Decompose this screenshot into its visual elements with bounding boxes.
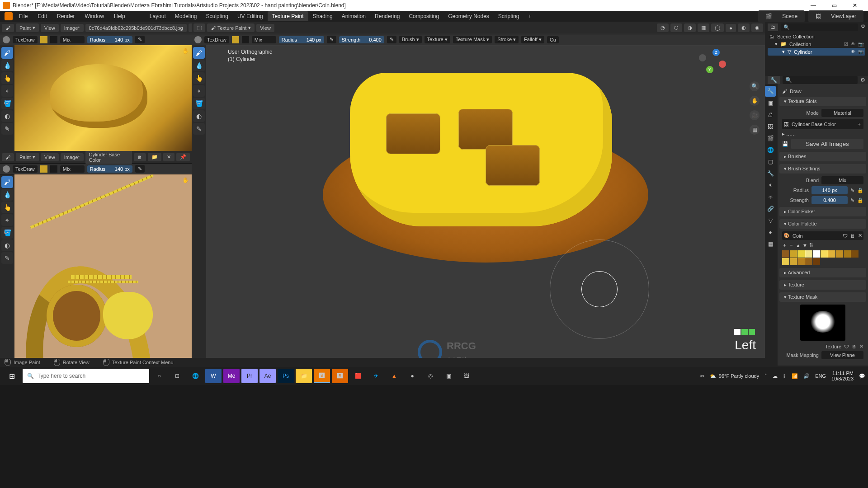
tab-modeling[interactable]: Modeling (170, 11, 202, 21)
palette-swatch[interactable] (790, 258, 797, 265)
palette-up-icon[interactable]: ▲ (796, 243, 801, 248)
uvimg-mode[interactable]: Paint ▾ (16, 153, 39, 161)
vp-tool-clone[interactable]: ⌖ (193, 85, 205, 97)
vp-tool-draw[interactable]: 🖌 (193, 47, 205, 59)
refimg-canvas[interactable]: ✋ (14, 45, 192, 151)
uvimg-editor-type[interactable]: 🖌 (2, 153, 14, 161)
viewport-mode[interactable]: 🖌 Texture Paint ▾ (207, 23, 255, 32)
uvimg-color-secondary[interactable] (50, 165, 57, 173)
uvimg-brush[interactable]: TexDraw (13, 165, 38, 173)
refimg-brush[interactable]: TexDraw (13, 36, 38, 43)
texture-mask-preview[interactable] (800, 305, 845, 341)
task-taskview-icon[interactable]: ⊡ (169, 369, 185, 383)
refimg-pressure-icon[interactable]: ✎ (135, 36, 145, 43)
nav-persp-icon[interactable]: ▦ (750, 125, 760, 135)
texture-header[interactable]: Texture (779, 280, 866, 290)
nav-pan-icon[interactable]: ✋ (750, 96, 760, 106)
task-generic3-icon[interactable]: ▣ (440, 369, 457, 383)
palette-new-icon[interactable]: 🗎 (850, 233, 855, 239)
eye-icon[interactable]: 👁 (851, 42, 855, 47)
uvimg-canvas[interactable]: ✋ (14, 174, 192, 358)
uv-tool-smear[interactable]: 👆 (1, 202, 13, 213)
slot-mode-select[interactable]: Material (821, 109, 863, 117)
outliner-filter-icon[interactable]: ⚙ (861, 23, 865, 31)
tray-notifications-icon[interactable]: 💬 (859, 373, 865, 379)
refimg-pan-icon[interactable]: ✋ (182, 48, 189, 54)
vp-texmask-menu[interactable]: Texture Mask ▾ (453, 36, 492, 43)
uvimg-new-icon[interactable]: 🗎 (134, 153, 146, 161)
viewport-overlays2-icon[interactable]: ◑ (684, 23, 696, 32)
window-minimize[interactable]: — (803, 0, 824, 11)
menu-edit[interactable]: Edit (34, 11, 51, 21)
taskbar-clock[interactable]: 11:11 PM 10/8/2023 (831, 371, 854, 381)
viewport-overlay-icon[interactable]: ◔ (657, 23, 669, 32)
axis-z-icon[interactable]: Z (712, 49, 720, 56)
task-vlc-icon[interactable]: ▲ (386, 369, 402, 383)
tab-geometry-nodes[interactable]: Geometry Nodes (443, 11, 494, 21)
vp-radius[interactable]: Radius140 px (279, 36, 324, 43)
uv-tool-draw[interactable]: 🖌 (1, 176, 13, 188)
palette-swatch[interactable] (813, 258, 820, 265)
advanced-header[interactable]: Advanced (779, 268, 866, 277)
task-cortana-icon[interactable]: ○ (151, 369, 167, 383)
strength-pressure-icon[interactable]: ✎ (850, 197, 854, 203)
proptab-render-icon[interactable]: ▣ (765, 98, 776, 108)
tool-soften[interactable]: 💧 (1, 60, 13, 71)
task-chrome-icon[interactable]: 🌐 (187, 369, 203, 383)
mask-mapping-select[interactable]: View Plane (821, 351, 863, 359)
radius-pressure-icon[interactable]: ✎ (850, 188, 854, 193)
brushes-header[interactable]: Brushes (779, 152, 866, 161)
palette-swatch[interactable] (797, 250, 805, 258)
task-shortcut-icon[interactable]: ✂ (700, 373, 704, 379)
vp-tool-annotate[interactable]: ✎ (193, 123, 205, 135)
uvimg-pan-icon[interactable]: ✋ (182, 177, 189, 183)
axis-x-icon[interactable] (719, 61, 726, 68)
palette-swatch[interactable] (851, 250, 859, 258)
palette-down-icon[interactable]: ▼ (802, 243, 807, 248)
vp-stroke-menu[interactable]: Stroke ▾ (495, 36, 519, 43)
tab-texture-paint[interactable]: Texture Paint (268, 11, 308, 21)
nav-camera-icon[interactable]: 🎥 (750, 110, 760, 120)
radius-lock-icon[interactable]: 🔒 (857, 188, 863, 193)
outliner-collection[interactable]: ▾📁 Collection ☑👁📷 (768, 40, 865, 48)
proptab-world-icon[interactable]: 🌐 (765, 145, 776, 155)
refimg-mode[interactable]: Paint ▾ (16, 23, 39, 32)
palette-swatch[interactable] (844, 250, 851, 258)
tab-rendering[interactable]: Rendering (370, 11, 404, 21)
task-premiere-icon[interactable]: Pr (241, 369, 258, 383)
palette-swatch[interactable] (828, 250, 835, 258)
tray-lang[interactable]: ENG (815, 373, 826, 379)
color-palette[interactable] (782, 250, 863, 265)
uvimg-brush-icon[interactable] (3, 165, 10, 173)
uv-tool-annotate[interactable]: ✎ (1, 252, 13, 264)
color-palette-header[interactable]: Color Palette (779, 219, 866, 229)
viewport-view[interactable]: View (256, 24, 274, 32)
proptab-material-icon[interactable]: ● (765, 227, 776, 238)
palette-sort-icon[interactable]: ⇅ (809, 242, 813, 248)
texture-slots-header[interactable]: Texture Slots (779, 97, 866, 106)
tool-mask[interactable]: ◐ (1, 110, 13, 122)
slot-add-icon[interactable]: ＋ (857, 121, 862, 127)
task-word-icon[interactable]: W (205, 369, 222, 383)
vp-brush-icon[interactable] (194, 36, 202, 43)
task-blender-icon[interactable]: 🅱 (314, 369, 330, 383)
uvimg-pin-icon[interactable]: 📌 (176, 153, 190, 161)
refimg-radius[interactable]: Radius140 px (87, 36, 132, 43)
outliner-scene-collection[interactable]: 🗂 Scene Collection (768, 33, 865, 40)
task-anydesk-icon[interactable]: 🟥 (350, 369, 366, 383)
proptab-data-icon[interactable]: ▽ (765, 215, 776, 226)
task-explorer-icon[interactable]: 📁 (296, 369, 312, 383)
window-maximize[interactable]: ▭ (824, 0, 844, 11)
palette-name[interactable]: Coin (793, 233, 840, 239)
blender-logo-icon[interactable] (5, 12, 13, 20)
tab-animation[interactable]: Animation (337, 11, 370, 21)
viewport-xray-icon[interactable]: ▦ (698, 23, 709, 32)
uvimg-unlink-icon[interactable]: ✕ (163, 153, 175, 161)
menu-help[interactable]: Help (110, 11, 129, 21)
refimg-color-primary[interactable] (40, 36, 47, 43)
slot-name[interactable]: Cylinder Base Color (792, 122, 854, 127)
tray-wifi-icon[interactable]: 📶 (792, 373, 798, 379)
viewlayer-field[interactable]: 🖼 ViewLayer (808, 10, 863, 22)
palette-swatch[interactable] (805, 250, 812, 258)
window-close[interactable]: ✕ (844, 0, 865, 11)
